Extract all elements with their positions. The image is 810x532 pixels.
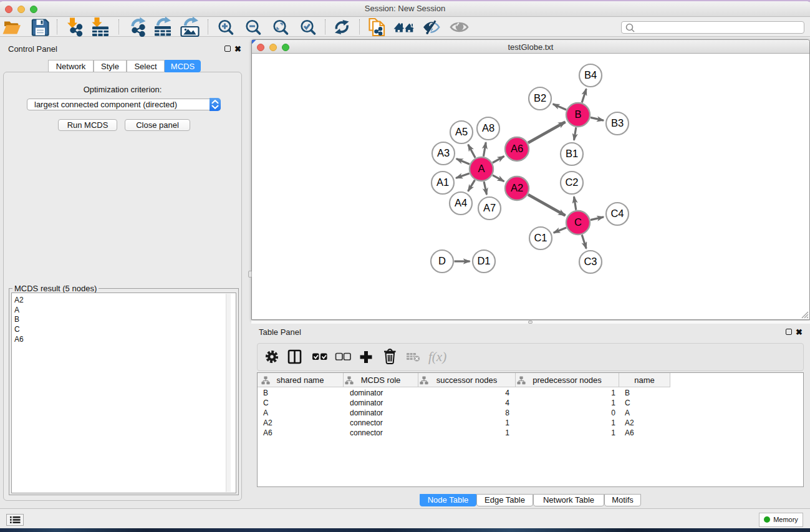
svg-text:A: A [478,163,485,174]
svg-text:B3: B3 [611,117,624,128]
svg-text:C3: C3 [584,256,597,267]
svg-text:f(x): f(x) [428,349,446,364]
svg-text:A8: A8 [482,122,494,133]
svg-text:C4: C4 [610,208,624,219]
svg-text:A3: A3 [437,147,450,158]
svg-text:A1: A1 [436,177,449,188]
svg-text:C: C [574,216,582,228]
svg-text:B4: B4 [584,69,597,80]
svg-text:C1: C1 [534,232,547,243]
svg-text:B: B [574,109,581,120]
svg-text:A5: A5 [455,126,468,137]
svg-text:A4: A4 [455,197,467,208]
svg-text:D1: D1 [477,255,490,266]
svg-text:B2: B2 [534,92,546,104]
svg-text:D: D [438,255,446,266]
svg-text:A6: A6 [511,143,523,154]
svg-text:A7: A7 [483,202,496,213]
svg-text:A2: A2 [511,182,523,193]
svg-text:B1: B1 [566,148,578,159]
svg-text:C2: C2 [565,177,578,188]
